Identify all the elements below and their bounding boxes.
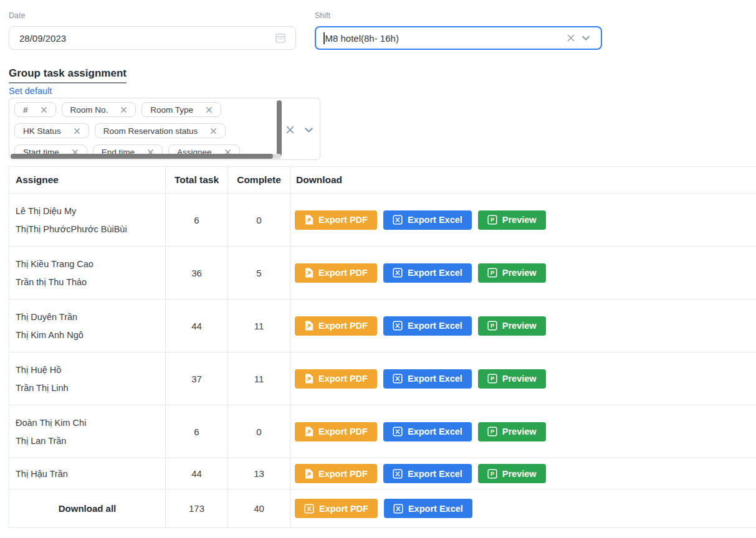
header-complete: Complete: [228, 167, 290, 193]
assignee-names: Thị Huệ Hồ Trần Thị Linh: [9, 352, 166, 405]
assignee-name: Thị Kiều Trang Cao: [16, 259, 165, 269]
remove-x-icon[interactable]: [206, 106, 213, 113]
vertical-scrollbar[interactable]: [277, 100, 282, 156]
export-excel-button[interactable]: Export Excel: [383, 422, 472, 441]
button-label: Export Excel: [408, 427, 462, 437]
export-excel-button[interactable]: Export Excel: [383, 369, 472, 389]
date-input[interactable]: 28/09/2023: [9, 26, 296, 50]
export-pdf-button[interactable]: Export PDF: [295, 369, 377, 389]
table-row: Thị Huệ Hồ Trần Thị Linh 37 11 Export PD…: [9, 352, 756, 405]
assignee-name: Trần thị Thu Thảo: [16, 277, 165, 287]
export-pdf-button[interactable]: Export PDF: [295, 422, 377, 441]
remove-x-icon[interactable]: [120, 106, 127, 113]
svg-text:P: P: [490, 428, 494, 435]
chevron-down-icon[interactable]: [578, 31, 593, 45]
remove-x-icon[interactable]: [41, 106, 47, 113]
excel-x-square-icon: [393, 504, 403, 514]
preview-button[interactable]: PPreview: [478, 464, 546, 483]
button-label: Preview: [502, 374, 537, 384]
excel-x-square-icon: [393, 268, 403, 278]
horizontal-scrollbar-thumb[interactable]: [11, 154, 273, 159]
remove-x-icon[interactable]: [210, 128, 217, 134]
header-download: Download: [290, 167, 756, 193]
assignee-name: Trần Thị Linh: [16, 383, 165, 393]
assignee-names: Lê Thị Diệu My ThịThị PhướcPhước BùiBùi: [9, 194, 166, 246]
selected-column-tags: # Room No. Room Type HK Status Room Rese…: [9, 98, 282, 156]
svg-text:P: P: [490, 217, 494, 223]
p-square-icon: P: [487, 215, 497, 225]
complete-value: 0: [228, 194, 290, 246]
download-actions: Export PDF Export Excel PPreview: [290, 300, 756, 352]
assignee-task-table: Assignee Total task Complete Download Lê…: [9, 166, 756, 528]
assignee-name: Thị Huệ Hồ: [16, 365, 165, 375]
button-label: Export PDF: [318, 215, 368, 225]
set-default-link[interactable]: Set default: [9, 86, 52, 96]
tag-room-no[interactable]: Room No.: [62, 102, 136, 117]
table-row: Thị Duyên Trần Thị Kim Anh Ngô 44 11 Exp…: [9, 300, 756, 352]
tag-room-type[interactable]: Room Type: [141, 102, 221, 117]
button-label: Export Excel: [408, 374, 462, 384]
pdf-file-arrow-icon: [304, 374, 313, 384]
columns-multiselect[interactable]: # Room No. Room Type HK Status Room Rese…: [9, 98, 320, 160]
calendar-icon[interactable]: [273, 31, 288, 45]
total-task-value: 37: [166, 352, 228, 405]
export-pdf-button[interactable]: Export PDF: [295, 210, 377, 230]
button-label: Export PDF: [319, 504, 368, 514]
pdf-file-arrow-icon: [304, 215, 313, 225]
date-field-label: Date: [9, 11, 25, 20]
table-row: Thị Hậu Trần 44 13 Export PDF Export Exc…: [9, 458, 756, 489]
tag-label: Room No.: [70, 105, 108, 115]
button-label: Export Excel: [408, 469, 462, 479]
export-pdf-button[interactable]: Export PDF: [295, 263, 377, 283]
complete-value: 13: [228, 458, 290, 489]
excel-x-square-icon: [304, 504, 314, 514]
tag-label: Room Type: [150, 105, 193, 115]
export-all-excel-button[interactable]: Export Excel: [384, 499, 472, 518]
header-total-task: Total task: [166, 167, 228, 193]
preview-button[interactable]: PPreview: [478, 316, 546, 336]
preview-button[interactable]: PPreview: [478, 263, 546, 283]
complete-value: 11: [228, 352, 290, 405]
download-actions: Export PDF Export Excel PPreview: [290, 352, 756, 405]
button-label: Export PDF: [318, 268, 368, 278]
excel-x-square-icon: [393, 215, 403, 225]
export-excel-button[interactable]: Export Excel: [383, 263, 472, 283]
export-pdf-button[interactable]: Export PDF: [295, 316, 377, 336]
button-label: Export PDF: [318, 374, 368, 384]
table-header-row: Assignee Total task Complete Download: [9, 167, 756, 194]
export-all-pdf-button[interactable]: Export PDF: [295, 499, 378, 518]
excel-x-square-icon: [393, 427, 403, 437]
shift-select[interactable]: M8 hotel(8h- 16h): [315, 26, 602, 50]
svg-text:P: P: [490, 375, 494, 382]
chevron-down-icon[interactable]: [301, 122, 316, 137]
export-excel-button[interactable]: Export Excel: [383, 210, 472, 230]
preview-button[interactable]: PPreview: [478, 210, 546, 230]
assignee-name: Thị Lan Trần: [16, 436, 165, 446]
button-label: Export PDF: [318, 321, 368, 331]
pdf-file-arrow-icon: [304, 268, 313, 278]
table-row: Đoàn Thị Kim Chi Thị Lan Trần 6 0 Export…: [9, 405, 756, 458]
date-value: 28/09/2023: [17, 33, 66, 44]
table-footer-row: Download all 173 40 Export PDF Export Ex…: [9, 489, 756, 528]
button-label: Export Excel: [408, 268, 462, 278]
export-excel-button[interactable]: Export Excel: [383, 464, 472, 483]
preview-button[interactable]: PPreview: [478, 422, 546, 441]
assignee-name: Thị Duyên Trần: [16, 312, 165, 322]
tag-hk-status[interactable]: HK Status: [14, 123, 89, 138]
p-square-icon: P: [487, 427, 497, 437]
tag-hash[interactable]: #: [14, 102, 56, 117]
total-task-value: 36: [166, 247, 228, 299]
pdf-file-arrow-icon: [304, 469, 313, 479]
preview-button[interactable]: PPreview: [478, 369, 546, 389]
total-task-value: 44: [166, 458, 228, 489]
clear-x-icon[interactable]: [282, 122, 297, 137]
clear-x-icon[interactable]: [563, 31, 578, 45]
horizontal-scrollbar-track[interactable]: [11, 154, 281, 159]
assignee-names: Thị Hậu Trần: [9, 458, 166, 489]
tag-room-reservation-status[interactable]: Room Reservation status: [95, 123, 226, 138]
export-pdf-button[interactable]: Export PDF: [295, 464, 377, 483]
assignee-name: Lê Thị Diệu My: [16, 206, 165, 216]
export-excel-button[interactable]: Export Excel: [383, 316, 472, 336]
assignee-name: Thị Hậu Trần: [16, 469, 165, 479]
remove-x-icon[interactable]: [74, 128, 80, 134]
